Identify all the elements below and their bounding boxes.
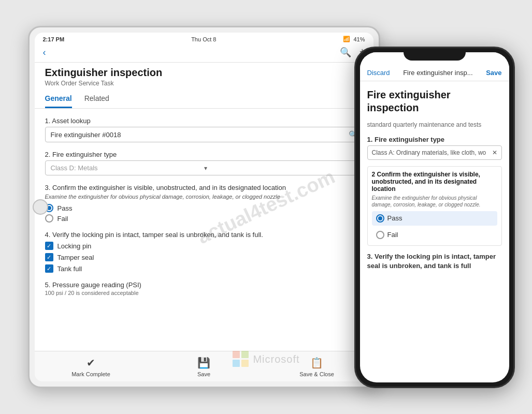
tab-related[interactable]: Related	[84, 89, 109, 108]
save-icon: 💾	[197, 357, 210, 369]
confirm-hint: Examine the extinguisher for obvious phy…	[45, 194, 363, 200]
tablet-device: 2:17 PM Thu Oct 8 📶 41% ‹ 🔍 + Extinguish…	[28, 26, 380, 388]
tamper-seal-text: Tamper seal	[57, 254, 94, 261]
checkbox-tank-full[interactable]: ✓ Tank full	[45, 264, 363, 273]
mark-complete-button[interactable]: ✔ Mark Complete	[70, 357, 112, 377]
mark-complete-label: Mark Complete	[71, 371, 110, 377]
phone-fail-circle	[376, 231, 384, 239]
tab-general[interactable]: General	[45, 89, 72, 108]
phone-confirm-label: 2 Confirm the extinguisher is visible, u…	[372, 171, 497, 193]
phone-field1-section: 1. Fire extinguisher type Class A: Ordin…	[367, 136, 502, 160]
radio-fail[interactable]: Fail	[45, 214, 363, 223]
fire-extinguisher-type-section: 2. Fire extinguisher type Class D: Metal…	[45, 151, 363, 175]
phone-confirm-hint: Examine the extinguisher for obvious phy…	[372, 195, 497, 208]
asset-lookup-section: 1. Asset lookup 🔍	[45, 117, 363, 142]
page-subtitle: Work Order Service Task	[45, 80, 363, 87]
save-close-icon: 📋	[310, 357, 323, 369]
status-time: 2:17 PM	[43, 36, 65, 42]
checkbox-locking-box: ✓	[45, 242, 53, 250]
pressure-gauge-section: 5. Pressure gauge reading (PSI) 100 psi …	[45, 281, 363, 296]
save-close-label: Save & Close	[299, 371, 334, 377]
fire-type-value: Class D: Metals	[51, 164, 204, 172]
radio-fail-circle	[45, 214, 53, 223]
phone-form-content: Fire extinguisher inspection standard qu…	[360, 81, 509, 382]
save-button[interactable]: 💾 Save	[183, 357, 225, 377]
phone-chevron-icon: ✕	[492, 149, 497, 156]
phone-screen: Discard Fire extinguisher insp... Save F…	[360, 52, 509, 382]
phone-radio-pass[interactable]: Pass	[372, 211, 497, 226]
tablet-status-bar: 2:17 PM Thu Oct 8 📶 41%	[35, 33, 373, 45]
checkbox-tank-box: ✓	[45, 264, 53, 273]
confirm-visible-section: 3. Confirm the extinguisher is visible, …	[45, 184, 363, 223]
tablet-home-button[interactable]	[33, 199, 48, 215]
form-content: 1. Asset lookup 🔍 2. Fire extinguisher t…	[35, 109, 373, 351]
radio-pass-label: Pass	[57, 204, 73, 212]
phone-notch	[404, 48, 466, 61]
pressure-hint: 100 psi / 20 is considered acceptable	[45, 290, 363, 296]
back-button[interactable]: ‹	[43, 47, 46, 58]
checkbox-locking-pin[interactable]: ✓ Locking pin	[45, 242, 363, 250]
battery-text: 41%	[353, 36, 365, 42]
asset-lookup-input[interactable]	[51, 131, 349, 139]
status-date: Thu Oct 8	[191, 36, 216, 42]
fire-type-label: 2. Fire extinguisher type	[45, 151, 363, 158]
phone-type-value: Class A: Ordinary materials, like cloth,…	[372, 149, 486, 156]
phone-device: Discard Fire extinguisher insp... Save F…	[354, 47, 515, 388]
search-icon[interactable]: 🔍	[340, 47, 351, 58]
confirm-label: 3. Confirm the extinguisher is visible, …	[45, 184, 363, 191]
save-close-button[interactable]: 📋 Save & Close	[296, 357, 338, 377]
phone-main-title: Fire extinguisher inspection	[367, 88, 502, 114]
phone-fail-label: Fail	[387, 231, 398, 239]
checkmark-icon: ✔	[87, 357, 95, 369]
tablet-header: Extinguisher inspection Work Order Servi…	[35, 63, 373, 89]
fire-type-select[interactable]: Class D: Metals ▾	[45, 160, 363, 175]
tablet-screen: 2:17 PM Thu Oct 8 📶 41% ‹ 🔍 + Extinguish…	[35, 33, 373, 381]
wifi-icon: 📶	[343, 36, 350, 42]
locking-pin-label: 4. Verify the locking pin is intact, tam…	[45, 231, 363, 239]
phone-pass-label: Pass	[387, 214, 402, 222]
tank-full-text: Tank full	[57, 265, 82, 273]
status-right: 📶 41%	[343, 36, 365, 42]
discard-button[interactable]: Discard	[367, 69, 390, 77]
checkbox-tamper-box: ✓	[45, 253, 53, 261]
locking-pin-text: Locking pin	[57, 242, 92, 250]
phone-pass-circle	[376, 214, 384, 223]
chevron-down-icon: ▾	[204, 165, 357, 172]
tablet-toolbar: ✔ Mark Complete 💾 Save 📋 Save & Close	[35, 351, 373, 381]
asset-lookup-input-wrapper[interactable]: 🔍	[45, 127, 363, 142]
page-title: Extinguisher inspection	[45, 67, 363, 79]
tablet-nav: ‹ 🔍 +	[35, 45, 373, 63]
asset-lookup-label: 1. Asset lookup	[45, 117, 363, 125]
scene: 2:17 PM Thu Oct 8 📶 41% ‹ 🔍 + Extinguish…	[18, 16, 515, 398]
phone-locking-label: 3. Verify the locking pin is intact, tam…	[367, 252, 502, 271]
phone-radio-fail[interactable]: Fail	[372, 229, 497, 241]
phone-confirm-section: 2 Confirm the extinguisher is visible, u…	[367, 166, 502, 246]
phone-header-title: Fire extinguisher insp...	[390, 69, 486, 77]
tab-bar: General Related	[35, 89, 373, 109]
save-label: Save	[197, 371, 210, 377]
pressure-label: 5. Pressure gauge reading (PSI)	[45, 281, 363, 289]
locking-pin-section: 4. Verify the locking pin is intact, tam…	[45, 231, 363, 273]
phone-description: standard quarterly maintenance and tests	[367, 121, 502, 129]
radio-pass[interactable]: Pass	[45, 204, 363, 212]
checkbox-tamper-seal[interactable]: ✓ Tamper seal	[45, 253, 363, 261]
phone-save-button[interactable]: Save	[486, 69, 501, 77]
phone-type-select[interactable]: Class A: Ordinary materials, like cloth,…	[367, 145, 502, 160]
phone-locking-section: 3. Verify the locking pin is intact, tam…	[367, 252, 502, 273]
phone-field1-label: 1. Fire extinguisher type	[367, 136, 502, 143]
radio-fail-label: Fail	[57, 215, 68, 223]
